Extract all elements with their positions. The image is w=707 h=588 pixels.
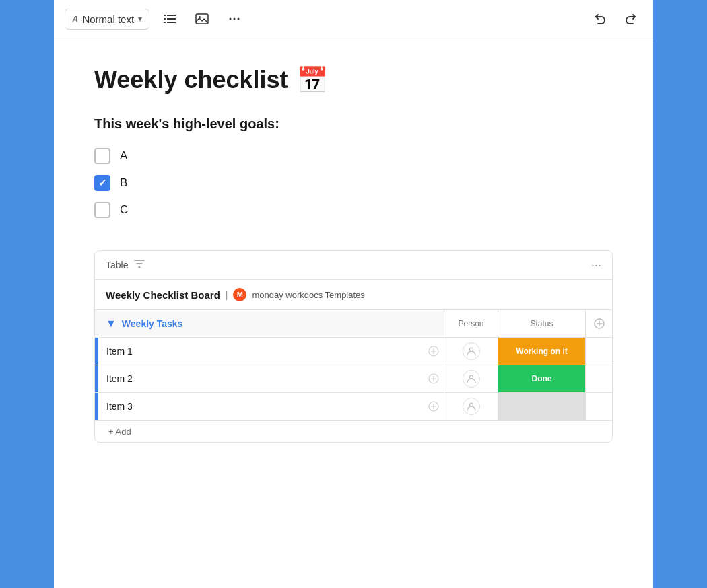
more-options-icon[interactable] <box>222 7 246 31</box>
table-row: Item 3 <box>95 393 612 420</box>
person-avatar-1 <box>463 342 480 360</box>
svg-rect-5 <box>167 22 176 23</box>
group-header: ▼ Weekly Tasks <box>95 311 444 336</box>
add-row-button[interactable]: + Add <box>95 420 612 442</box>
text-style-icon: A <box>72 14 78 24</box>
svg-rect-4 <box>164 22 166 23</box>
undo-redo-group <box>588 7 642 31</box>
person-avatar-3 <box>463 398 480 415</box>
filter-icon[interactable] <box>133 258 145 272</box>
checkbox-a[interactable] <box>94 148 110 164</box>
row-name-2: Item 2 <box>98 367 424 391</box>
table-label: Table <box>106 260 128 270</box>
row-action-icon-2[interactable] <box>424 373 444 385</box>
board-title: Weekly Checklist Board <box>106 289 220 301</box>
add-row-label: + Add <box>108 427 131 437</box>
column-header-status: Status <box>498 310 585 337</box>
board-source: monday workdocs Templates <box>252 290 364 300</box>
image-icon[interactable] <box>190 7 214 31</box>
page-subtitle: This week's high-level goals: <box>94 116 613 132</box>
monday-logo: M <box>233 288 246 301</box>
row-status-3[interactable] <box>498 393 585 420</box>
svg-rect-6 <box>196 14 208 24</box>
row-add-col-1 <box>585 338 612 365</box>
monday-logo-letter: M <box>237 291 243 299</box>
table-widget: Table ··· Weekly Checklist Board | M mon… <box>94 250 613 443</box>
svg-rect-0 <box>164 15 166 16</box>
row-action-icon-1[interactable] <box>424 345 444 357</box>
content-area: Weekly checklist 📅 This week's high-leve… <box>54 38 653 588</box>
checklist-item-b: B <box>94 175 613 191</box>
svg-point-8 <box>230 18 232 20</box>
row-left-2: Item 2 <box>95 365 444 392</box>
svg-rect-1 <box>167 15 176 16</box>
board-header: Weekly Checklist Board | M monday workdo… <box>95 280 612 310</box>
toolbar: A Normal text ▾ <box>54 0 653 38</box>
column-header-person: Person <box>444 310 498 337</box>
table-widget-header: Table ··· <box>95 251 612 280</box>
row-name-3: Item 3 <box>98 394 424 418</box>
status-badge-empty <box>498 393 585 420</box>
svg-point-17 <box>469 403 473 406</box>
row-left-1: Item 1 <box>95 338 444 365</box>
table-more-icon[interactable]: ··· <box>591 258 601 272</box>
checklist-label-a: A <box>120 149 127 163</box>
svg-rect-3 <box>167 18 176 20</box>
checklist-item-c: C <box>94 202 613 218</box>
status-badge-working: Working on it <box>498 338 585 365</box>
status-badge-done: Done <box>498 365 585 392</box>
list-icon[interactable] <box>158 7 182 31</box>
checklist-label-b: B <box>120 176 127 190</box>
checkbox-c[interactable] <box>94 202 110 218</box>
svg-point-15 <box>469 375 473 379</box>
chevron-down-icon: ▾ <box>138 14 142 24</box>
page-title: Weekly checklist 📅 <box>94 65 613 95</box>
row-name-1: Item 1 <box>98 339 424 363</box>
table-row: Item 1 <box>95 338 612 365</box>
checklist: A B C <box>94 148 613 218</box>
row-person-1[interactable] <box>444 338 498 365</box>
add-column-button[interactable] <box>585 310 612 337</box>
table-row: Item 2 <box>95 365 612 393</box>
table-content: ▼ Weekly Tasks Person Status <box>95 310 612 442</box>
row-add-col-2 <box>585 365 612 392</box>
undo-button[interactable] <box>588 7 613 31</box>
svg-point-13 <box>469 348 473 351</box>
page-title-text: Weekly checklist <box>94 66 288 94</box>
row-person-2[interactable] <box>444 365 498 392</box>
person-avatar-2 <box>463 370 480 388</box>
text-style-selector[interactable]: A Normal text ▾ <box>65 9 149 30</box>
redo-button[interactable] <box>618 7 642 31</box>
text-style-label: Normal text <box>82 13 134 25</box>
group-title: Weekly Tasks <box>122 318 433 329</box>
row-action-icon-3[interactable] <box>424 400 444 412</box>
row-add-col-3 <box>585 393 612 420</box>
calendar-emoji: 📅 <box>296 65 328 95</box>
row-left-3: Item 3 <box>95 393 444 420</box>
svg-point-10 <box>238 18 240 20</box>
checklist-item-a: A <box>94 148 613 164</box>
table-widget-header-left: Table <box>106 258 145 272</box>
group-chevron-icon[interactable]: ▼ <box>106 318 116 330</box>
row-status-1[interactable]: Working on it <box>498 338 585 365</box>
app-container: A Normal text ▾ <box>0 0 707 588</box>
svg-point-9 <box>234 18 236 20</box>
row-status-2[interactable]: Done <box>498 365 585 392</box>
row-person-3[interactable] <box>444 393 498 420</box>
checkbox-b[interactable] <box>94 175 110 191</box>
svg-rect-2 <box>164 18 166 20</box>
board-divider: | <box>226 289 228 300</box>
checklist-label-c: C <box>120 203 128 217</box>
